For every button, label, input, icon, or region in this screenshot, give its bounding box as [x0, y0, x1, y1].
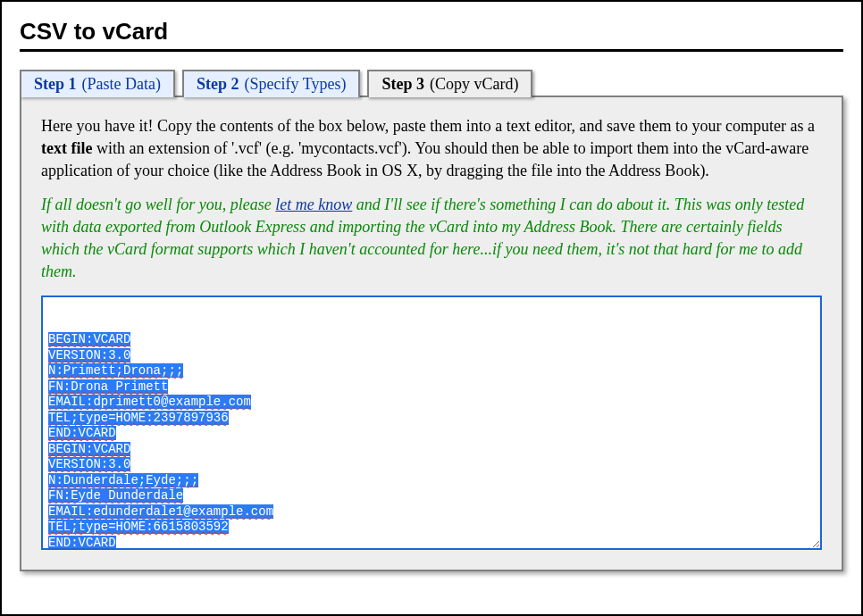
tab-step-1-label: (Paste Data) [82, 75, 161, 94]
instruction-text: Here you have it! Copy the contents of t… [41, 115, 822, 183]
tab-step-1[interactable]: Step 1 (Paste Data) [20, 70, 175, 97]
app-window: CSV to vCard Step 1 (Paste Data) Step 2 … [0, 0, 863, 616]
instruction-bold: text file [41, 139, 92, 157]
vcard-content: BEGIN:VCARD VERSION:3.0 N:Primett;Drona;… [48, 332, 815, 550]
let-me-know-link[interactable]: let me know [275, 196, 352, 213]
vcard-output-textarea[interactable]: BEGIN:VCARD VERSION:3.0 N:Primett;Drona;… [41, 296, 822, 550]
tab-step-2-label: (Specify Types) [245, 75, 347, 94]
tab-step-3[interactable]: Step 3 (Copy vCard) [367, 70, 532, 97]
instruction-post: with an extension of '.vcf' (e.g. 'mycon… [41, 139, 809, 179]
step-3-panel: Here you have it! Copy the contents of t… [20, 96, 843, 571]
tab-step-2[interactable]: Step 2 (Specify Types) [182, 70, 360, 97]
tab-step-3-num: Step 3 [381, 75, 424, 94]
page-title: CSV to vCard [20, 18, 843, 52]
instruction-pre: Here you have it! Copy the contents of t… [41, 117, 815, 135]
note-pre: If all doesn't go well for you, please [41, 196, 275, 213]
note-text: If all doesn't go well for you, please l… [41, 194, 822, 284]
tab-step-1-num: Step 1 [34, 75, 77, 94]
tab-step-2-num: Step 2 [197, 75, 239, 94]
tabs-row: Step 1 (Paste Data) Step 2 (Specify Type… [20, 70, 843, 97]
tab-step-3-label: (Copy vCard) [430, 75, 518, 94]
